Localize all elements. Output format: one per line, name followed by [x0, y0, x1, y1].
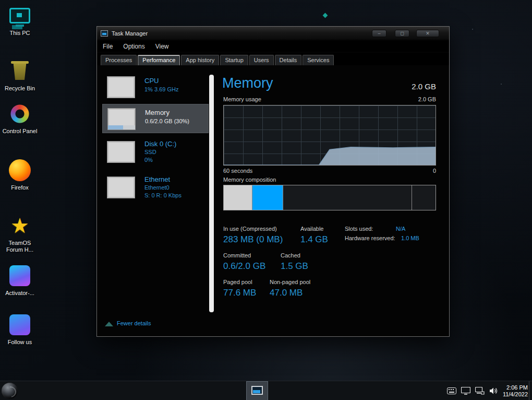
- memory-capacity: 2.0 GB: [384, 82, 436, 91]
- collapse-arrow-icon: [105, 322, 113, 326]
- taskbar-clock[interactable]: 2:06 PM 11/4/2022: [503, 384, 528, 398]
- available-value: 1.4 GB: [300, 234, 328, 245]
- memory-usage-area: [224, 105, 436, 165]
- desktop-icon-teamos[interactable]: ★ TeamOS Forum H...: [1, 213, 39, 253]
- computer-icon: [1, 3, 39, 28]
- timeline-left-label: 60 seconds: [223, 168, 252, 174]
- firefox-icon: [1, 158, 39, 183]
- maximize-button[interactable]: ◻: [395, 30, 409, 37]
- available-label: Available: [300, 226, 323, 232]
- nonpaged-pool-value: 47.0 MB: [270, 288, 303, 298]
- sidebar-item-title: CPU: [144, 77, 159, 85]
- volume-icon[interactable]: [489, 387, 498, 395]
- desktop-icon-label: Recycle Bin: [1, 85, 39, 92]
- system-tray: 2:06 PM 11/4/2022: [447, 381, 528, 400]
- desktop-icon-follow-us[interactable]: Follow us: [1, 312, 39, 346]
- in-use-value: 283 MB (0 MB): [223, 234, 283, 245]
- sidebar-item-subtitle: 0%: [144, 157, 153, 163]
- usage-graph-label: Memory usage: [223, 96, 261, 102]
- menu-options[interactable]: Options: [123, 43, 144, 50]
- tab-details[interactable]: Details: [275, 55, 302, 65]
- recycle-bin-icon: [1, 58, 39, 84]
- clock-time: 2:06 PM: [503, 384, 528, 391]
- composition-segment-modified: [252, 185, 283, 210]
- timeline-right-label: 0: [410, 168, 436, 174]
- sidebar-item-disk[interactable]: Disk 0 (C:) SSD 0%: [102, 137, 209, 170]
- hardware-reserved-value: 1.0 MB: [401, 235, 419, 241]
- sidebar-item-subtitle: 1% 3.69 GHz: [144, 86, 178, 92]
- wallpaper-star: [501, 84, 502, 85]
- tab-services[interactable]: Services: [303, 55, 334, 65]
- network-icon[interactable]: [475, 387, 485, 395]
- desktop-icon-activator[interactable]: Activator-...: [1, 263, 39, 297]
- desktop-icon-label: Follow us: [1, 339, 39, 346]
- tab-startup[interactable]: Startup: [220, 55, 248, 65]
- sidebar-item-title: Memory: [145, 109, 170, 116]
- star-icon: ★: [1, 213, 39, 238]
- minimize-button[interactable]: –: [372, 30, 386, 37]
- desktop-icon-firefox[interactable]: Firefox: [1, 158, 39, 191]
- composition-segment-standby: [283, 185, 413, 210]
- page-title: Memory: [222, 75, 273, 91]
- memory-composition-bar: [223, 185, 436, 210]
- touch-keyboard-icon[interactable]: [447, 387, 456, 394]
- wallpaper-glyph: [323, 13, 328, 18]
- clock-date: 11/4/2022: [503, 391, 528, 398]
- usage-scale-max: 2.0 GB: [384, 96, 436, 102]
- window-title: Task Manager: [112, 30, 148, 37]
- tab-performance[interactable]: Performance: [138, 55, 180, 65]
- sidebar-item-memory[interactable]: Memory 0.6/2.0 GB (30%): [102, 104, 209, 133]
- committed-label: Committed: [223, 252, 251, 258]
- tab-strip: Processes Performance App history Startu…: [97, 53, 449, 65]
- desktop: This PC Recycle Bin Control Panel Firefo…: [0, 0, 532, 400]
- sidebar-item-subtitle: 0.6/2.0 GB (30%): [145, 118, 189, 124]
- hardware-reserved-label: Hardware reserved:: [345, 235, 395, 241]
- composition-segment-in-use: [224, 185, 252, 210]
- follow-us-icon: [1, 312, 39, 337]
- activator-icon: [1, 263, 39, 288]
- nonpaged-pool-label: Non-paged pool: [270, 279, 310, 285]
- desktop-icon-label: This PC: [1, 30, 39, 37]
- memory-usage-graph: [223, 105, 436, 166]
- sidebar-item-subtitle: S: 0 R: 0 Kbps: [144, 192, 182, 198]
- taskbar: Type here to search: [0, 381, 532, 400]
- scrollbar[interactable]: [209, 75, 214, 312]
- desktop-icon-control-panel[interactable]: Control Panel: [1, 101, 39, 135]
- cpu-thumbnail-icon: [107, 76, 135, 98]
- desktop-icon-label: Firefox: [1, 184, 39, 191]
- show-desktop-button[interactable]: [529, 381, 532, 400]
- taskbar-task-manager-button[interactable]: [246, 381, 268, 400]
- menu-view[interactable]: View: [155, 43, 169, 50]
- task-manager-window: Task Manager – ◻ ✕ File Options View Pro…: [96, 26, 450, 337]
- desktop-icon-this-pc[interactable]: This PC: [1, 3, 39, 37]
- close-button[interactable]: ✕: [416, 30, 439, 37]
- desktop-icon-recycle-bin[interactable]: Recycle Bin: [1, 58, 39, 92]
- desktop-icon-label: Control Panel: [1, 128, 39, 135]
- tab-users[interactable]: Users: [249, 55, 274, 65]
- composition-segment-free: [412, 185, 436, 210]
- sidebar-item-cpu[interactable]: CPU 1% 3.69 GHz: [102, 73, 209, 102]
- tab-app-history[interactable]: App history: [181, 55, 219, 65]
- menu-file[interactable]: File: [103, 43, 113, 50]
- gear-icon: [1, 101, 39, 126]
- menu-bar: File Options View: [97, 41, 449, 52]
- paged-pool-value: 77.6 MB: [223, 288, 256, 298]
- sidebar-item-subtitle: Ethernet0: [144, 184, 170, 191]
- committed-value: 0.6/2.0 GB: [223, 261, 265, 272]
- task-manager-icon: [251, 386, 263, 395]
- desktop-icon-label: Activator-...: [1, 290, 39, 297]
- tab-processes[interactable]: Processes: [101, 55, 137, 65]
- cached-value: 1.5 GB: [281, 261, 308, 272]
- desktop-icon-label: TeamOS Forum H...: [1, 240, 39, 253]
- display-icon[interactable]: [461, 387, 470, 395]
- start-button[interactable]: [2, 383, 18, 399]
- paged-pool-label: Paged pool: [223, 279, 252, 285]
- cached-label: Cached: [281, 252, 300, 258]
- composition-label: Memory composition: [223, 177, 276, 183]
- fewer-details-link[interactable]: Fewer details: [117, 320, 151, 326]
- sidebar-item-ethernet[interactable]: Ethernet Ethernet0 S: 0 R: 0 Kbps: [102, 173, 209, 205]
- memory-thumbnail-icon: [107, 108, 136, 130]
- sidebar-item-subtitle: SSD: [144, 149, 156, 155]
- slots-used-label: Slots used:: [345, 226, 373, 232]
- slots-used-value: N/A: [396, 226, 405, 232]
